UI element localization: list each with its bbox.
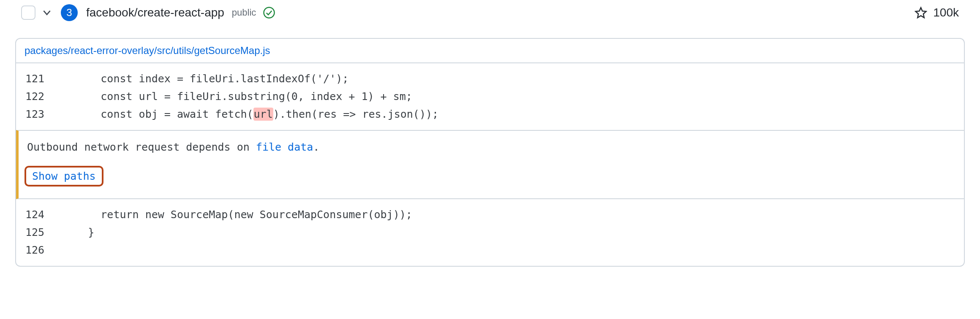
star-count: 100k (933, 6, 959, 19)
expand-toggle[interactable] (41, 7, 52, 18)
show-paths-label: Show paths (32, 170, 96, 182)
star-icon[interactable] (915, 6, 927, 19)
code-line: 126 (16, 241, 964, 259)
repo-name[interactable]: facebook/create-react-app (86, 6, 224, 19)
alert-text-after: . (313, 141, 319, 153)
alert-block: Outbound network request depends on file… (16, 130, 964, 199)
code-line: 125 } (16, 224, 964, 241)
code-text-after: ).then(res => res.json()); (273, 108, 438, 120)
alert-message: Outbound network request depends on file… (27, 141, 956, 153)
status-ok-icon (263, 6, 275, 19)
line-number: 123 (16, 105, 63, 123)
code-line: 123 const obj = await fetch(url).then(re… (16, 105, 964, 123)
code-block-before: 121 const index = fileUri.lastIndexOf('/… (16, 63, 964, 130)
repo-visibility: public (232, 7, 256, 18)
code-text: const obj = await fetch(url).then(res =>… (63, 105, 438, 123)
code-text-before: const obj = await fetch( (63, 108, 253, 120)
code-text: return new SourceMap(new SourceMapConsum… (63, 206, 412, 224)
chevron-down-icon (41, 7, 52, 18)
line-number: 121 (16, 70, 63, 88)
code-text: } (63, 224, 94, 241)
line-number: 122 (16, 88, 63, 105)
alert-count-badge: 3 (61, 4, 78, 21)
code-block-after: 124 return new SourceMap(new SourceMapCo… (16, 199, 964, 266)
result-header: 3 facebook/create-react-app public 100k (0, 4, 980, 38)
line-number: 124 (16, 206, 63, 224)
file-path-link[interactable]: packages/react-error-overlay/src/utils/g… (24, 45, 270, 56)
file-path-bar: packages/react-error-overlay/src/utils/g… (16, 39, 964, 63)
alert-link[interactable]: file data (256, 141, 313, 153)
select-checkbox[interactable] (21, 5, 35, 20)
svg-marker-1 (916, 8, 926, 18)
svg-point-0 (264, 8, 275, 18)
show-paths-button[interactable]: Show paths (24, 166, 103, 187)
line-number: 125 (16, 224, 63, 241)
line-number: 126 (16, 241, 63, 259)
code-line: 122 const url = fileUri.substring(0, ind… (16, 88, 964, 105)
highlighted-token: url (253, 108, 273, 121)
code-panel: packages/react-error-overlay/src/utils/g… (15, 38, 965, 267)
alert-count: 3 (66, 7, 72, 19)
alert-text-before: Outbound network request depends on (27, 141, 256, 153)
code-text: const index = fileUri.lastIndexOf('/'); (63, 70, 348, 88)
code-line: 121 const index = fileUri.lastIndexOf('/… (16, 70, 964, 88)
code-line: 124 return new SourceMap(new SourceMapCo… (16, 206, 964, 224)
code-text: const url = fileUri.substring(0, index +… (63, 88, 412, 105)
